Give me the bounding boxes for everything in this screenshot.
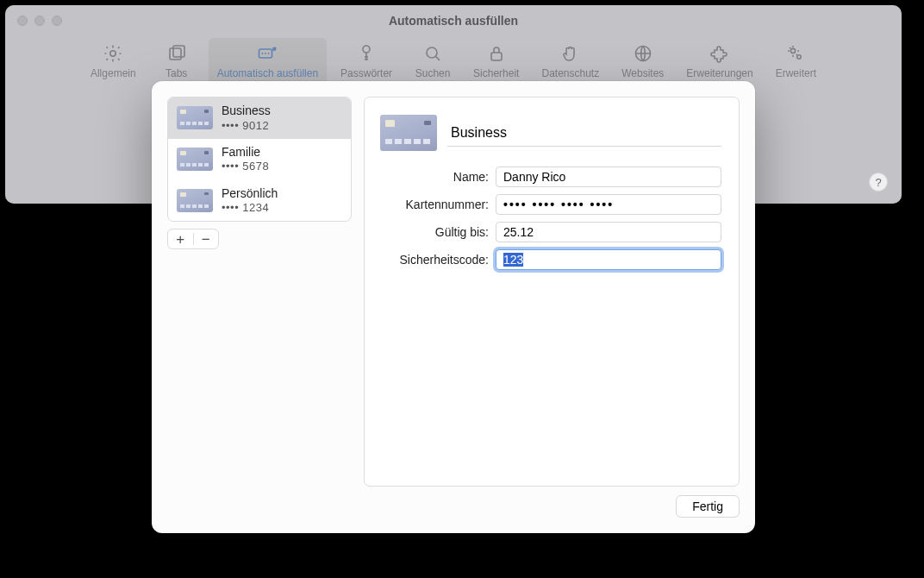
card-large-icon <box>380 115 437 151</box>
card-masked-number: •••• 5678 <box>222 160 269 173</box>
card-name: Business <box>222 104 271 119</box>
card-list-item[interactable]: Familie •••• 5678 <box>168 139 351 180</box>
card-name: Persönlich <box>222 186 278 202</box>
name-field[interactable] <box>496 166 721 187</box>
card-add-remove: + − <box>167 229 219 249</box>
card-masked-number: •••• 1234 <box>222 201 278 215</box>
card-thumb-icon <box>177 106 213 129</box>
card-thumb-icon <box>177 148 213 171</box>
expiry-field[interactable] <box>496 222 721 242</box>
credit-cards-sheet: Business •••• 9012 Familie •••• 5678 <box>152 81 755 533</box>
name-label: Name: <box>377 170 496 184</box>
card-masked-number: •••• 9012 <box>222 119 271 133</box>
help-button[interactable]: ? <box>869 173 888 192</box>
card-detail-pane: Name: Kartennummer: Gültig bis: Sicherhe… <box>364 97 740 487</box>
expiry-label: Gültig bis: <box>377 225 496 239</box>
remove-card-button[interactable]: − <box>194 232 219 247</box>
card-number-field[interactable] <box>496 194 721 215</box>
add-card-button[interactable]: + <box>168 232 193 247</box>
card-title-field[interactable] <box>447 120 721 147</box>
security-code-label: Sicherheitscode: <box>377 253 496 267</box>
card-list-item[interactable]: Business •••• 9012 <box>168 97 351 139</box>
card-list-item[interactable]: Persönlich •••• 1234 <box>168 180 351 222</box>
security-code-field[interactable] <box>496 249 721 270</box>
card-list[interactable]: Business •••• 9012 Familie •••• 5678 <box>168 97 351 221</box>
card-name: Familie <box>222 145 269 160</box>
done-button[interactable]: Fertig <box>676 495 740 518</box>
card-thumb-icon <box>177 189 213 212</box>
card-number-label: Kartennummer: <box>377 198 496 211</box>
card-sidebar: Business •••• 9012 Familie •••• 5678 <box>167 97 352 222</box>
